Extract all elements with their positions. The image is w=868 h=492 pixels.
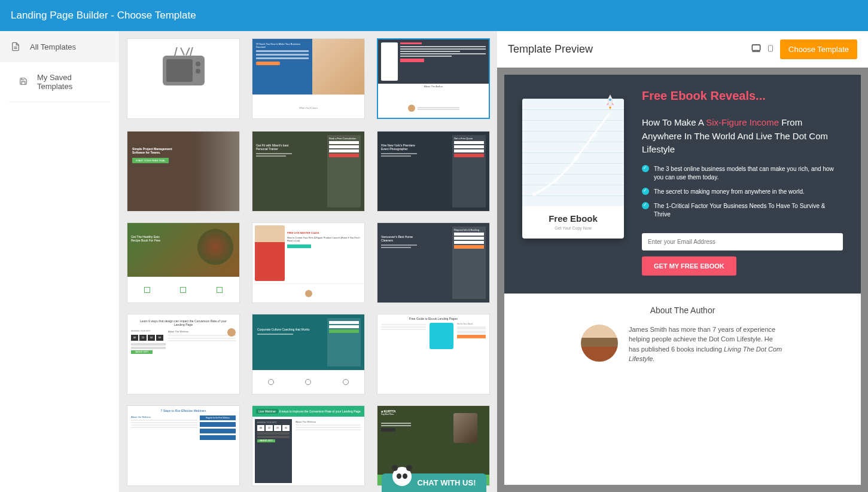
svg-point-6 [532, 192, 536, 196]
template-card[interactable]: Get The Healthy Eats Recipe Book For Fre… [127, 222, 240, 303]
preview-iframe[interactable]: Free Ebook Get Your Copy Now Free Ebook … [504, 75, 861, 485]
svg-point-9 [592, 133, 596, 136]
svg-rect-2 [752, 45, 760, 50]
chat-widget[interactable]: CHAT WITH US! [382, 473, 487, 492]
template-card[interactable]: Free Guide to Ebook Landing PagesGet the… [377, 314, 490, 395]
preview-title: Template Preview [508, 43, 593, 56]
ebook-heading: How To Make A Six-Figure Income From Any… [642, 116, 843, 157]
svg-point-7 [553, 179, 557, 183]
choose-template-button[interactable]: Choose Template [780, 39, 857, 59]
chat-label: CHAT WITH US! [418, 478, 476, 487]
app-header: Landing Page Builder - Choose Template [0, 0, 868, 31]
save-icon [19, 77, 28, 87]
sidebar-item-saved-templates[interactable]: My Saved Templates [8, 62, 111, 102]
check-icon [642, 202, 649, 209]
template-card[interactable]: Simple Project Management Software for T… [127, 131, 240, 212]
author-section: About The Author James Smith has more th… [504, 294, 861, 376]
check-icon [642, 188, 649, 195]
heading-highlight: Six-Figure Income [706, 117, 779, 127]
template-card[interactable]: Learn 6 ways that design can impact the … [127, 314, 240, 395]
ebook-cover-area: Free Ebook Get Your Copy Now [522, 89, 624, 276]
template-card[interactable]: About The Author [377, 38, 490, 119]
check-icon [642, 165, 649, 172]
bullet-text: The secret to making money from anywhere… [654, 188, 805, 196]
ebook-bullets: The 3 best online business models that c… [642, 165, 843, 219]
template-gallery[interactable]: I'll Teach You How to Make Your Business… [120, 31, 497, 492]
ebook-reveals-label: Free Ebook Reveals... [642, 89, 843, 103]
ebook-copy: Free Ebook Reveals... How To Make A Six-… [642, 89, 843, 276]
sidebar-item-all-templates[interactable]: All Templates [0, 31, 119, 62]
template-card[interactable]: I'll Teach You How to Make Your Business… [252, 38, 365, 119]
sidebar-item-label: My Saved Templates [37, 73, 100, 91]
page-title: Landing Page Builder - Choose Template [11, 10, 196, 21]
email-input[interactable] [642, 233, 843, 250]
preview-controls: Choose Template [750, 39, 857, 59]
bullet-text: The 1-Critical Factor Your Business Need… [654, 202, 843, 219]
author-bio: James Smith has more than 7 years of exp… [629, 325, 784, 364]
svg-point-8 [574, 157, 578, 160]
template-card[interactable]: Hire New York's Premiere Event Photograp… [377, 131, 490, 212]
svg-rect-4 [769, 45, 773, 51]
desktop-icon[interactable] [750, 44, 762, 56]
bullet-item: The 1-Critical Factor Your Business Need… [642, 202, 843, 219]
ebook-cover-sub: Get Your Copy Now [527, 226, 619, 230]
heading-pre: How To Make A [642, 117, 706, 127]
template-card[interactable]: FREE LIVE MASTER CLASSHow to Create Your… [252, 222, 365, 303]
mobile-icon[interactable] [767, 44, 774, 56]
sidebar: All Templates My Saved Templates [0, 31, 120, 492]
template-card[interactable] [127, 38, 240, 119]
sidebar-item-label: All Templates [30, 42, 76, 51]
bullet-text: The 3 best online business models that c… [654, 165, 843, 182]
template-card[interactable]: Live Webinar 6 ways to improve the Conve… [252, 405, 365, 486]
bullet-item: The secret to making money from anywhere… [642, 188, 843, 196]
template-card[interactable]: Get Fit with Miami's best Personal Train… [252, 131, 365, 212]
ebook-cover-text: Free Ebook Get Your Copy Now [522, 206, 624, 239]
author-row: James Smith has more than 7 years of exp… [522, 325, 843, 364]
device-toggle [750, 44, 774, 56]
ebook-cover-title: Free Ebook [527, 213, 619, 224]
template-card[interactable]: Corporate Culture Coaching that Works [252, 314, 365, 395]
get-ebook-button[interactable]: GET MY FREE EBOOK [642, 256, 736, 276]
panda-icon [392, 467, 412, 486]
author-title: About The Author [522, 305, 843, 315]
author-avatar [581, 325, 618, 362]
svg-point-10 [609, 99, 611, 101]
preview-header: Template Preview Choose Template [497, 31, 868, 68]
rocket-icon [602, 94, 618, 109]
main-layout: All Templates My Saved Templates I'll Te… [0, 31, 868, 492]
file-icon [11, 42, 20, 51]
preview-panel: Template Preview Choose Template [497, 31, 868, 492]
preview-hero: Free Ebook Get Your Copy Now Free Ebook … [504, 75, 861, 294]
bullet-item: The 3 best online business models that c… [642, 165, 843, 182]
preview-body: Free Ebook Get Your Copy Now Free Ebook … [497, 68, 868, 492]
ebook-cover: Free Ebook Get Your Copy Now [522, 99, 624, 239]
ebook-chart [522, 99, 624, 206]
template-card[interactable]: Vancouver's Best Home CleanersRequest In… [377, 222, 490, 303]
template-card[interactable]: 7 Steps to Run Effective WebinarsAbout t… [127, 405, 240, 486]
